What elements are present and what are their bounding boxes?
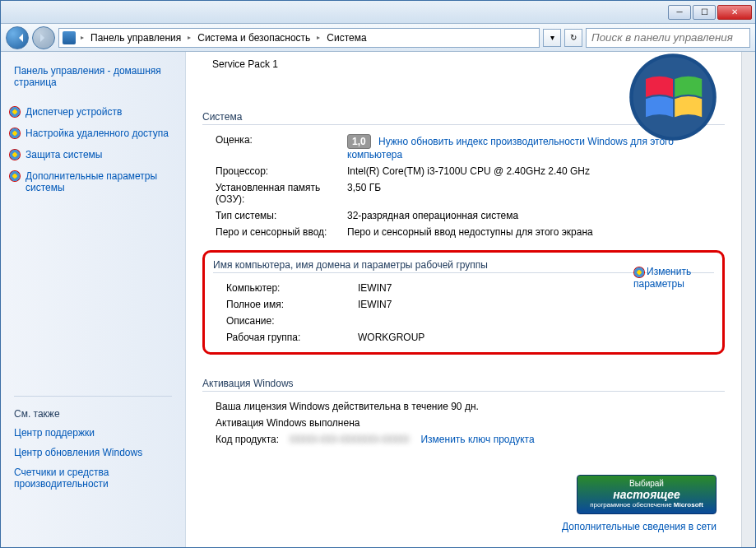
fullname-label: Полное имя: xyxy=(226,299,358,310)
breadcrumb-sep: ▸ xyxy=(79,34,86,41)
maximize-button[interactable]: ☐ xyxy=(693,5,716,20)
pen-touch-label: Перо и сенсорный ввод: xyxy=(216,226,347,238)
description-row: Описание: xyxy=(213,313,714,329)
more-info-online-link[interactable]: Дополнительные сведения в сети xyxy=(562,521,717,532)
cpu-row: Процессор: Intel(R) Core(TM) i3-7100U CP… xyxy=(202,163,725,179)
search-input[interactable] xyxy=(586,28,750,48)
product-key-value: 00000-000-0000000-00000 xyxy=(290,434,409,445)
ad-brand: Microsoft xyxy=(674,501,703,509)
ad-line1: Выбирай xyxy=(581,479,712,488)
sidebar-windows-update[interactable]: Центр обновления Windows xyxy=(1,443,185,462)
breadcrumb-sep: ▸ xyxy=(315,34,322,41)
ad-line3: программное обеспечение xyxy=(590,501,671,509)
workgroup-value: WORKGROUP xyxy=(358,332,714,343)
description-label: Описание: xyxy=(226,315,358,327)
computer-label: Компьютер: xyxy=(226,282,358,294)
license-row: Ваша лицензия Windows действительна в те… xyxy=(202,398,725,415)
windows-logo-icon xyxy=(628,52,718,142)
rating-link[interactable]: Нужно обновить индекс производительности… xyxy=(347,136,674,160)
breadcrumb-mid[interactable]: Система и безопасность xyxy=(196,32,312,44)
back-button[interactable] xyxy=(6,26,29,49)
sidebar-advanced-settings[interactable]: Дополнительные параметры системы xyxy=(1,165,185,198)
sidebar-system-protection[interactable]: Защита системы xyxy=(1,144,185,165)
forward-button[interactable] xyxy=(32,26,55,49)
fullname-row: Полное имя: IEWIN7 xyxy=(213,296,714,313)
address-dropdown[interactable]: ▾ xyxy=(543,29,561,47)
activation-section-title: Активация Windows xyxy=(202,378,725,389)
content-pane: Service Pack 1 Система Оценка: 1,0 Нужно… xyxy=(186,52,741,547)
sidebar-divider xyxy=(14,396,172,397)
change-product-key-link[interactable]: Изменить ключ продукта xyxy=(420,434,534,445)
control-panel-icon xyxy=(63,31,76,44)
section-divider xyxy=(202,391,725,392)
see-also-heading: См. также xyxy=(1,405,185,423)
rating-label: Оценка: xyxy=(216,134,347,160)
system-properties-window: ─ ☐ ✕ ▸ Панель управления ▸ Система и бе… xyxy=(0,0,756,548)
workgroup-row: Рабочая группа: WORKGROUP xyxy=(213,329,714,346)
minimize-button[interactable]: ─ xyxy=(668,5,691,20)
cpu-label: Процессор: xyxy=(216,165,347,177)
breadcrumb-sep: ▸ xyxy=(186,34,192,41)
product-key-label: Код продукта: xyxy=(216,434,290,445)
pen-touch-row: Перо и сенсорный ввод: Перо и сенсорный … xyxy=(202,224,725,240)
breadcrumb-leaf[interactable]: Система xyxy=(325,32,368,44)
close-button[interactable]: ✕ xyxy=(717,5,752,20)
computer-name-section-highlight: Имя компьютера, имя домена и параметры р… xyxy=(202,250,725,355)
ram-value: 3,50 ГБ xyxy=(347,182,725,205)
rating-badge: 1,0 xyxy=(347,134,371,149)
activation-done-text: Активация Windows выполнена xyxy=(216,417,725,429)
system-type-value: 32-разрядная операционная система xyxy=(347,210,725,221)
ram-label: Установленная память (ОЗУ): xyxy=(216,182,347,205)
description-value xyxy=(358,315,714,327)
navigation-bar: ▸ Панель управления ▸ Система и безопасн… xyxy=(1,24,755,52)
address-bar[interactable]: ▸ Панель управления ▸ Система и безопасн… xyxy=(58,28,540,48)
sidebar-performance[interactable]: Счетчики и средства производительности xyxy=(1,462,185,494)
fullname-value: IEWIN7 xyxy=(358,299,714,310)
sidebar-device-manager[interactable]: Диспетчер устройств xyxy=(1,101,185,123)
system-type-label: Тип системы: xyxy=(216,210,347,221)
breadcrumb-root[interactable]: Панель управления xyxy=(89,32,183,44)
pen-touch-value: Перо и сенсорный ввод недоступны для это… xyxy=(347,226,725,238)
license-text: Ваша лицензия Windows действительна в те… xyxy=(216,401,725,412)
sidebar-remote-settings[interactable]: Настройка удаленного доступа xyxy=(1,123,185,144)
system-type-row: Тип системы: 32-разрядная операционная с… xyxy=(202,207,725,224)
window-body: Панель управления - домашняя страница Ди… xyxy=(1,52,755,547)
genuine-microsoft-badge[interactable]: Выбирай настоящее программное обеспечени… xyxy=(577,475,717,514)
ad-line2: настоящее xyxy=(581,488,712,501)
workgroup-label: Рабочая группа: xyxy=(226,332,358,343)
ram-row: Установленная память (ОЗУ): 3,50 ГБ xyxy=(202,179,725,207)
titlebar: ─ ☐ ✕ xyxy=(1,1,755,24)
sidebar-action-center[interactable]: Центр поддержки xyxy=(1,423,185,443)
refresh-button[interactable]: ↻ xyxy=(564,29,582,47)
change-settings-link[interactable]: Изменить параметры xyxy=(633,266,707,290)
control-panel-home-link[interactable]: Панель управления - домашняя страница xyxy=(1,60,185,93)
activation-done-row: Активация Windows выполнена xyxy=(202,415,725,431)
cpu-value: Intel(R) Core(TM) i3-7100U CPU @ 2.40GHz… xyxy=(347,165,725,177)
vertical-scrollbar[interactable] xyxy=(741,52,755,547)
product-key-row: Код продукта: 00000-000-0000000-00000 Из… xyxy=(202,431,725,448)
sidebar: Панель управления - домашняя страница Ди… xyxy=(1,52,186,547)
